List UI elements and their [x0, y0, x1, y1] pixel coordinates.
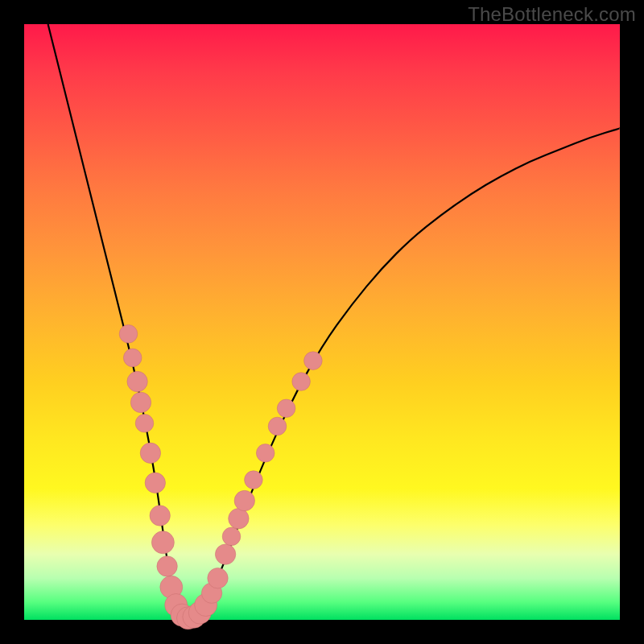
plot-area: [24, 24, 620, 620]
curve-marker: [222, 527, 241, 546]
curve-marker: [127, 371, 147, 391]
curve-marker: [256, 444, 275, 463]
curve-marker: [145, 473, 165, 493]
curve-marker: [150, 506, 170, 526]
curve-marker: [119, 325, 138, 344]
curve-marker: [277, 399, 295, 418]
curve-marker: [234, 490, 254, 510]
curve-marker: [135, 415, 154, 433]
curve-marker: [157, 556, 177, 576]
curve-marker: [245, 471, 263, 489]
curve-marker: [268, 417, 287, 436]
curve-marker: [208, 568, 228, 588]
curve-marker: [304, 352, 323, 370]
curve-marker: [140, 443, 160, 463]
curve-marker: [292, 373, 311, 391]
curve-markers: [119, 325, 322, 630]
curve-svg: [24, 24, 620, 620]
curve-marker: [229, 509, 249, 529]
chart-frame: TheBottleneck.com: [0, 0, 644, 644]
watermark-text: TheBottleneck.com: [468, 3, 636, 26]
curve-marker: [151, 531, 174, 554]
curve-marker: [130, 392, 151, 412]
bottleneck-curve: [48, 24, 620, 616]
curve-marker: [123, 349, 142, 367]
curve-marker: [215, 544, 235, 564]
